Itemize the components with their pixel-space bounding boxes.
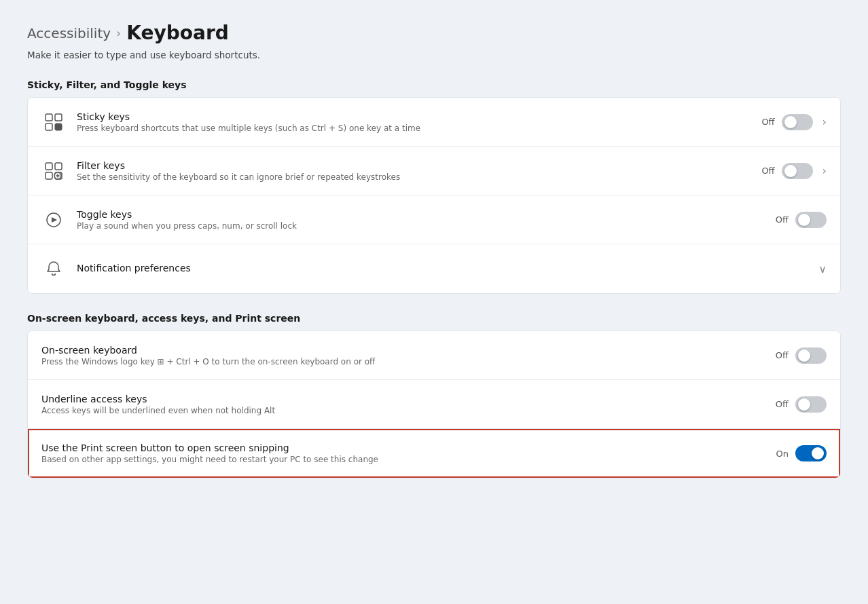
svg-rect-1 bbox=[55, 114, 62, 121]
underline-access-keys-title: Underline access keys bbox=[41, 394, 776, 404]
breadcrumb-current: Keyboard bbox=[126, 22, 228, 44]
sticky-keys-desc: Press keyboard shortcuts that use multip… bbox=[77, 124, 761, 133]
toggle-keys-row: Toggle keys Play a sound when you press … bbox=[28, 195, 840, 244]
sticky-keys-title: Sticky keys bbox=[77, 111, 761, 122]
filter-keys-controls: Off › bbox=[761, 163, 827, 179]
svg-rect-6 bbox=[46, 172, 52, 179]
svg-rect-4 bbox=[46, 163, 52, 170]
toggle-keys-icon bbox=[41, 208, 66, 232]
on-screen-keyboard-desc: Press the Windows logo key ⊞ + Ctrl + O … bbox=[41, 357, 776, 366]
filter-keys-desc: Set the sensitivity of the keyboard so i… bbox=[77, 172, 761, 182]
underline-access-keys-desc: Access keys will be underlined even when… bbox=[41, 406, 776, 415]
sticky-keys-controls: Off › bbox=[761, 114, 827, 130]
toggle-keys-controls: Off bbox=[776, 212, 827, 228]
on-screen-keyboard-title: On-screen keyboard bbox=[41, 345, 776, 356]
sticky-keys-text: Sticky keys Press keyboard shortcuts tha… bbox=[77, 111, 761, 133]
filter-keys-text: Filter keys Set the sensitivity of the k… bbox=[77, 160, 761, 182]
sticky-keys-toggle-thumb bbox=[784, 116, 797, 128]
on-screen-keyboard-toggle-thumb bbox=[798, 350, 810, 362]
notification-prefs-chevron: ∨ bbox=[818, 263, 827, 276]
toggle-keys-desc: Play a sound when you press caps, num, o… bbox=[77, 221, 776, 231]
page-subtitle: Make it easier to type and use keyboard … bbox=[27, 50, 841, 60]
underline-access-keys-text: Underline access keys Access keys will b… bbox=[41, 394, 776, 415]
on-screen-keyboard-text: On-screen keyboard Press the Windows log… bbox=[41, 345, 776, 366]
print-screen-title: Use the Print screen button to open scre… bbox=[41, 442, 776, 453]
toggle-keys-toggle-label: Off bbox=[776, 214, 789, 225]
print-screen-text: Use the Print screen button to open scre… bbox=[41, 442, 776, 464]
sticky-keys-chevron: › bbox=[822, 115, 827, 128]
section2-title: On-screen keyboard, access keys, and Pri… bbox=[27, 313, 841, 324]
print-screen-toggle[interactable] bbox=[795, 445, 827, 461]
toggle-keys-toggle[interactable] bbox=[795, 212, 827, 228]
print-screen-toggle-label: On bbox=[776, 449, 789, 459]
underline-access-keys-controls: Off bbox=[776, 396, 827, 413]
svg-marker-12 bbox=[52, 217, 57, 223]
notification-prefs-row[interactable]: Notification preferences ∨ bbox=[28, 244, 840, 293]
svg-rect-0 bbox=[46, 114, 52, 121]
on-screen-keyboard-controls: Off bbox=[776, 347, 827, 364]
section1-card-group: Sticky keys Press keyboard shortcuts tha… bbox=[27, 97, 841, 294]
on-screen-keyboard-row: On-screen keyboard Press the Windows log… bbox=[28, 331, 840, 380]
toggle-keys-text: Toggle keys Play a sound when you press … bbox=[77, 209, 776, 231]
filter-keys-toggle-label: Off bbox=[761, 166, 774, 176]
print-screen-toggle-thumb bbox=[812, 447, 824, 459]
section2-card-group: On-screen keyboard Press the Windows log… bbox=[27, 331, 841, 478]
filter-keys-row: Filter keys Set the sensitivity of the k… bbox=[28, 147, 840, 195]
notification-bell-icon bbox=[41, 257, 66, 281]
print-screen-row: Use the Print screen button to open scre… bbox=[28, 429, 840, 478]
print-screen-desc: Based on other app settings, you might n… bbox=[41, 455, 776, 464]
toggle-keys-toggle-thumb bbox=[798, 214, 810, 226]
sticky-keys-row: Sticky keys Press keyboard shortcuts tha… bbox=[28, 98, 840, 147]
notification-prefs-title: Notification preferences bbox=[77, 263, 816, 273]
filter-keys-chevron: › bbox=[822, 164, 827, 177]
on-screen-keyboard-toggle[interactable] bbox=[795, 347, 827, 364]
notification-prefs-right: ∨ bbox=[816, 263, 827, 276]
notification-prefs-text: Notification preferences bbox=[77, 263, 816, 275]
breadcrumb: Accessibility › Keyboard bbox=[27, 22, 841, 44]
svg-rect-3 bbox=[55, 124, 62, 130]
underline-access-keys-toggle-label: Off bbox=[776, 399, 789, 409]
filter-keys-title: Filter keys bbox=[77, 160, 761, 171]
filter-keys-toggle-thumb bbox=[784, 165, 797, 177]
svg-rect-5 bbox=[55, 163, 62, 170]
underline-access-keys-toggle-thumb bbox=[798, 398, 810, 411]
breadcrumb-separator: › bbox=[116, 26, 121, 40]
sticky-keys-toggle-label: Off bbox=[761, 117, 774, 127]
filter-keys-icon bbox=[41, 159, 66, 183]
sticky-keys-toggle[interactable] bbox=[782, 114, 813, 130]
filter-keys-toggle[interactable] bbox=[782, 163, 813, 179]
svg-rect-2 bbox=[46, 124, 52, 130]
toggle-keys-title: Toggle keys bbox=[77, 209, 776, 220]
on-screen-keyboard-toggle-label: Off bbox=[776, 350, 789, 360]
sticky-keys-icon bbox=[41, 110, 66, 134]
underline-access-keys-toggle[interactable] bbox=[795, 396, 827, 413]
section1-title: Sticky, Filter, and Toggle keys bbox=[27, 79, 841, 90]
breadcrumb-parent[interactable]: Accessibility bbox=[27, 25, 111, 41]
underline-access-keys-row: Underline access keys Access keys will b… bbox=[28, 380, 840, 429]
print-screen-controls: On bbox=[776, 445, 827, 461]
